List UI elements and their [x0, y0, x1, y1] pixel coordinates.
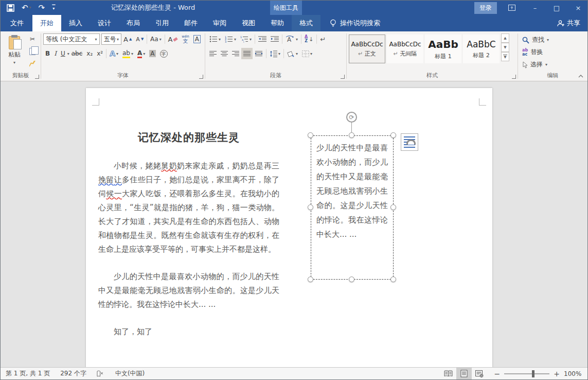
share-button[interactable]: 共享	[557, 15, 580, 31]
align-center-button[interactable]	[219, 48, 230, 59]
tab-references[interactable]: 引用	[148, 15, 176, 31]
zoom-out-button[interactable]: −	[494, 370, 501, 378]
tab-layout[interactable]: 布局	[119, 15, 148, 31]
minimize-button[interactable]: –	[530, 4, 540, 12]
phonetic-guide-button[interactable]: wén文	[180, 33, 191, 45]
decrease-indent-button[interactable]	[256, 33, 269, 45]
ribbon-display-options-icon[interactable]	[508, 5, 519, 11]
resize-handle-middle-right[interactable]	[390, 204, 396, 210]
clear-formatting-button[interactable]: A	[166, 33, 180, 45]
style-heading2[interactable]: AaBbC 标题 2	[463, 34, 500, 63]
language-indicator[interactable]: 中文(中国)	[110, 368, 150, 380]
replace-button[interactable]: abac 替换	[520, 47, 585, 58]
asian-layout-button[interactable]: A▾	[283, 33, 300, 45]
text-effects-button[interactable]: A▾	[108, 48, 120, 59]
show-hide-marks-button[interactable]: ↵	[318, 33, 328, 45]
paste-button[interactable]: 粘贴 ▾	[3, 33, 26, 67]
align-left-button[interactable]	[207, 48, 219, 59]
styles-dialog-launcher-icon[interactable]	[512, 75, 516, 79]
zoom-in-button[interactable]: +	[554, 370, 560, 378]
style-heading1[interactable]: AaBb 标题 1	[425, 34, 461, 63]
copy-button[interactable]	[27, 46, 38, 57]
line-spacing-button[interactable]: ▾	[268, 48, 282, 59]
read-mode-button[interactable]	[441, 368, 456, 379]
proofing-status[interactable]	[92, 368, 110, 380]
subscript-button[interactable]: x₂	[84, 48, 95, 59]
zoom-level[interactable]: 100%	[564, 370, 587, 377]
shading-button[interactable]: ▾	[285, 48, 300, 59]
undo-button[interactable]: ↶▾	[22, 4, 31, 12]
collapse-ribbon-icon[interactable]	[578, 75, 583, 78]
font-dialog-launcher-icon[interactable]	[199, 75, 203, 79]
styles-scroll-down-icon[interactable]: ▼	[501, 43, 509, 52]
strikethrough-button[interactable]: abc	[69, 48, 85, 59]
italic-button[interactable]: I	[52, 48, 59, 59]
customize-qat-icon[interactable]: ▔▾	[52, 6, 55, 9]
tab-review[interactable]: 审阅	[205, 15, 234, 31]
maximize-button[interactable]: □	[551, 4, 562, 12]
page-number-indicator[interactable]: 第 1 页, 共 1 页	[1, 368, 55, 380]
multilevel-list-button[interactable]: 1ai▾	[238, 33, 254, 45]
bold-button[interactable]: B	[43, 48, 52, 59]
redo-icon[interactable]: ↷	[39, 4, 45, 12]
paragraph-3[interactable]: 知了，知了	[98, 325, 279, 339]
paragraph-1[interactable]: 小时候，姥姥舅奶奶来家走亲戚，奶奶总是再三挽留让多住些日子，她们总是说，家里离不…	[98, 159, 279, 256]
zoom-slider[interactable]	[504, 373, 549, 374]
web-layout-button[interactable]	[472, 368, 487, 379]
styles-scroll-up-icon[interactable]: ▲	[501, 33, 509, 43]
font-family-combobox[interactable]: 等线 (中文正文▾	[43, 33, 100, 45]
tab-insert[interactable]: 插入	[61, 15, 90, 31]
clipboard-dialog-launcher-icon[interactable]	[35, 75, 39, 79]
justify-button[interactable]	[241, 48, 253, 59]
increase-indent-button[interactable]	[269, 33, 281, 45]
character-shading-button[interactable]: A	[147, 48, 157, 59]
style-normal[interactable]: AaBbCcDc ↵ 正文	[349, 34, 385, 63]
layout-options-button[interactable]	[401, 133, 418, 151]
paragraph-dialog-launcher-icon[interactable]	[341, 75, 345, 79]
numbering-button[interactable]: 123▾	[223, 33, 238, 45]
font-color-button[interactable]: A▾	[135, 48, 147, 59]
select-button[interactable]: 选择▾	[520, 59, 585, 70]
tab-home[interactable]: 开始	[32, 15, 61, 31]
tab-design[interactable]: 设计	[90, 15, 119, 31]
resize-handle-bottom-right[interactable]	[390, 277, 396, 282]
rotation-handle[interactable]: ⟳	[346, 112, 357, 123]
save-icon[interactable]	[7, 4, 14, 12]
grow-font-button[interactable]: A▲	[121, 33, 134, 45]
font-size-combobox[interactable]: 五号▾	[101, 33, 122, 45]
undo-caret-icon[interactable]: ▾	[29, 6, 31, 10]
resize-handle-top-right[interactable]	[390, 132, 396, 138]
document-page[interactable]: 记忆深处的那些生灵 小时候，姥姥舅奶奶来家走亲戚，奶奶总是再三挽留让多住些日子，…	[86, 88, 492, 368]
tab-mailings[interactable]: 邮件	[176, 15, 205, 31]
enclose-characters-button[interactable]: 字	[158, 48, 170, 59]
tab-view[interactable]: 视图	[234, 15, 263, 31]
print-layout-button[interactable]	[456, 368, 472, 379]
zoom-slider-thumb[interactable]	[532, 370, 534, 377]
resize-handle-top-center[interactable]	[349, 132, 354, 138]
bullets-button[interactable]: ▾	[207, 33, 223, 45]
distributed-button[interactable]	[253, 48, 265, 59]
tab-file[interactable]: 文件	[2, 15, 32, 31]
style-no-spacing[interactable]: AaBbCcDc ↵ 无间隔	[387, 34, 423, 63]
resize-handle-bottom-center[interactable]	[349, 277, 354, 282]
word-count-indicator[interactable]: 292 个字	[55, 368, 92, 380]
find-button[interactable]: 查找▾	[520, 34, 585, 45]
shrink-font-button[interactable]: A▼	[134, 33, 146, 45]
cut-button[interactable]: ✂	[27, 33, 38, 45]
paste-caret-icon[interactable]: ▾	[13, 60, 15, 65]
resize-handle-middle-left[interactable]	[308, 204, 313, 210]
tab-format[interactable]: 格式	[292, 15, 320, 31]
character-border-button[interactable]: A	[191, 33, 203, 45]
signin-button[interactable]: 登录	[474, 2, 497, 14]
highlight-color-button[interactable]: ab▾	[120, 48, 135, 59]
align-right-button[interactable]	[230, 48, 241, 59]
document-body[interactable]: 小时候，姥姥舅奶奶来家走亲戚，奶奶总是再三挽留让多住些日子，她们总是说，家里离不…	[98, 159, 279, 339]
format-painter-button[interactable]	[27, 58, 38, 70]
selected-text-box[interactable]: 少儿的天性中是最喜欢小动物的，而少儿的天性中又是最能毫无顾忌地戕害弱小生命的。这…	[311, 135, 394, 280]
change-case-button[interactable]: Aa▾	[148, 33, 164, 45]
sort-button[interactable]: AZ↓	[302, 33, 315, 45]
tell-me-search[interactable]: 操作说明搜索	[330, 15, 380, 31]
borders-button[interactable]: ▾	[300, 48, 314, 59]
resize-handle-bottom-left[interactable]	[308, 277, 313, 282]
paragraph-2[interactable]: 少儿的天性中是最喜欢小动物的，而少儿的天性中又是最能毫无顾忌地戕害弱小生命的。这…	[98, 270, 279, 312]
